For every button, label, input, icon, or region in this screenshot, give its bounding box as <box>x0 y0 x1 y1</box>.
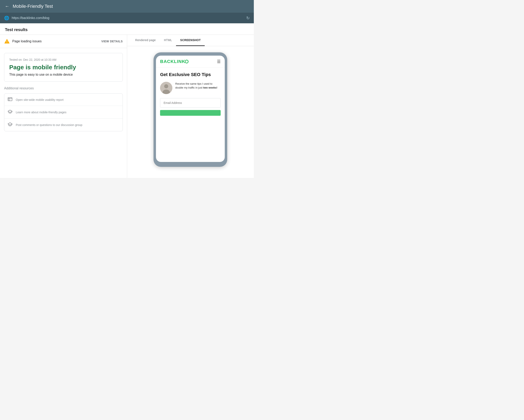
hamburger-icon: ☰ <box>217 59 221 64</box>
globe-icon: 🌐 <box>4 16 9 20</box>
resource-text-2: Learn more about mobile-friendly pages <box>16 111 66 114</box>
test-results-title: Test results <box>5 27 28 32</box>
tab-bar: Rendered page HTML SCREENSHOT <box>127 35 254 46</box>
svg-marker-3 <box>8 110 12 112</box>
page-title: Mobile-Friendly Test <box>13 4 53 9</box>
browser-icon <box>8 97 12 102</box>
test-results-header: Test results <box>0 23 254 35</box>
logo-o-icon <box>185 60 189 63</box>
opt-in-text: Receive the same tips I used to double m… <box>175 82 221 90</box>
mobile-preview-container: BACKLINK ☰ Get Exclusive SEO Tips <box>127 46 254 173</box>
issues-bar: Page loading issues VIEW DETAILS <box>0 35 127 48</box>
svg-marker-5 <box>8 123 12 125</box>
cta-button[interactable] <box>160 110 221 116</box>
additional-resources-title: Additional resources <box>4 86 123 90</box>
back-button[interactable]: ← <box>5 4 9 8</box>
resources-card: Open site-wide mobile usability report L… <box>4 93 123 131</box>
tested-on-text: Tested on: Dec 22, 2020 at 10:33 AM <box>9 58 118 61</box>
graduation-icon-1 <box>8 109 12 115</box>
email-input[interactable] <box>160 98 221 108</box>
result-description: This page is easy to use on a mobile dev… <box>9 73 118 76</box>
tab-html[interactable]: HTML <box>160 35 176 46</box>
mobile-headline: Get Exclusive SEO Tips <box>160 72 221 78</box>
url-input[interactable] <box>12 16 244 20</box>
backlinko-logo: BACKLINK <box>160 59 189 64</box>
mobile-friendly-result: Page is mobile friendly <box>9 64 118 71</box>
opt-in-row: Receive the same tips I used to double m… <box>160 82 221 94</box>
tab-rendered-page[interactable]: Rendered page <box>131 35 160 46</box>
main-content: Page loading issues VIEW DETAILS Tested … <box>0 35 254 178</box>
list-item[interactable]: Open site-wide mobile usability report <box>4 94 122 106</box>
resource-text-1: Open site-wide mobile usability report <box>16 98 63 101</box>
left-panel: Page loading issues VIEW DETAILS Tested … <box>0 35 127 178</box>
refresh-icon[interactable]: ↻ <box>246 16 250 20</box>
warning-icon <box>4 38 10 44</box>
additional-resources: Additional resources Open site-wide mobi… <box>4 86 123 131</box>
mobile-screen: BACKLINK ☰ Get Exclusive SEO Tips <box>156 56 225 162</box>
avatar <box>160 82 172 94</box>
tab-screenshot[interactable]: SCREENSHOT <box>176 35 205 46</box>
svg-rect-2 <box>9 99 10 101</box>
svg-point-8 <box>164 84 168 88</box>
resource-text-3: Post comments or questions to our discus… <box>16 123 82 126</box>
mobile-nav: BACKLINK ☰ <box>156 56 225 68</box>
issues-text: Page loading issues <box>12 40 99 43</box>
url-bar: 🌐 ↻ <box>0 13 254 23</box>
graduation-icon-2 <box>8 122 12 127</box>
list-item[interactable]: Learn more about mobile-friendly pages <box>4 106 122 119</box>
view-details-link[interactable]: VIEW DETAILS <box>101 40 123 43</box>
app-header: ← Mobile-Friendly Test <box>0 0 254 13</box>
mobile-content: Get Exclusive SEO Tips <box>156 68 225 120</box>
list-item[interactable]: Post comments or questions to our discus… <box>4 119 122 131</box>
right-panel: Rendered page HTML SCREENSHOT BACKLINK ☰ <box>127 35 254 178</box>
result-card: Tested on: Dec 22, 2020 at 10:33 AM Page… <box>4 53 123 82</box>
mobile-device: BACKLINK ☰ Get Exclusive SEO Tips <box>154 52 227 167</box>
